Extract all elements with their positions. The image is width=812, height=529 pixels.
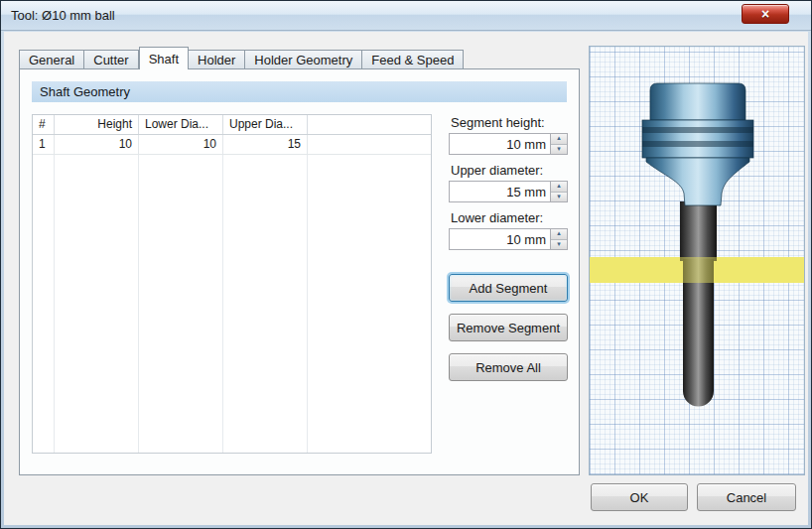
tab-shaft[interactable]: Shaft	[139, 47, 189, 69]
upper-diameter-label: Upper diameter:	[451, 163, 570, 178]
cell-upper-dia: 15	[223, 135, 308, 154]
segment-controls: Segment height: ▴ ▾ Upper diameter: ▴ ▾ …	[449, 107, 570, 381]
tab-cutter[interactable]: Cutter	[84, 50, 138, 69]
stock-band-overlay	[590, 257, 804, 283]
lower-diameter-spin-up[interactable]: ▴	[551, 229, 567, 240]
remove-segment-button[interactable]: Remove Segment	[449, 314, 568, 341]
segment-height-spin-buttons: ▴ ▾	[550, 134, 567, 154]
shaft-graphic	[680, 201, 717, 261]
tab-holder[interactable]: Holder	[189, 50, 245, 69]
upper-diameter-spin-up[interactable]: ▴	[551, 182, 567, 193]
col-header-lower-dia[interactable]: Lower Dia...	[139, 115, 223, 134]
tab-general[interactable]: General	[19, 50, 84, 69]
spin-down-icon: ▾	[557, 241, 561, 248]
table-header-row: # Height Lower Dia... Upper Dia...	[33, 115, 431, 135]
upper-diameter-spin-down[interactable]: ▾	[551, 193, 567, 202]
add-segment-button[interactable]: Add Segment	[449, 274, 568, 302]
table-row[interactable]: 1 10 10 15	[33, 135, 431, 155]
holder-groove	[642, 141, 753, 147]
close-icon: ×	[761, 7, 769, 21]
col-header-height[interactable]: Height	[55, 115, 139, 134]
ok-button[interactable]: OK	[591, 483, 688, 511]
upper-diameter-spin-buttons: ▴ ▾	[550, 182, 567, 201]
col-header-num[interactable]: #	[33, 115, 55, 134]
upper-diameter-input[interactable]	[450, 182, 550, 201]
lower-diameter-spin-down[interactable]: ▾	[551, 240, 567, 250]
remove-all-button[interactable]: Remove All	[449, 353, 568, 381]
shaft-tab-panel: Shaft Geometry # Height Lower Dia... Upp…	[19, 68, 580, 475]
col-header-filler	[308, 115, 431, 134]
segments-table[interactable]: # Height Lower Dia... Upper Dia... 1 10 …	[32, 114, 432, 454]
spin-down-icon: ▾	[557, 146, 561, 153]
cell-num: 1	[33, 135, 55, 154]
spin-up-icon: ▴	[557, 230, 561, 237]
cancel-button[interactable]: Cancel	[697, 483, 796, 511]
tool-dialog-window: Tool: Ø10 mm ball × General Cutter Shaft…	[0, 0, 812, 529]
lower-diameter-spinner[interactable]: ▴ ▾	[449, 228, 568, 250]
segment-height-input[interactable]	[450, 134, 550, 154]
window-title: Tool: Ø10 mm ball	[11, 8, 115, 23]
tab-bar: General Cutter Shaft Holder Holder Geome…	[19, 47, 464, 69]
segment-height-spin-up[interactable]: ▴	[551, 134, 567, 145]
titlebar[interactable]: Tool: Ø10 mm ball ×	[1, 1, 811, 31]
cell-filler	[308, 135, 431, 154]
spin-up-icon: ▴	[557, 183, 561, 190]
segment-height-spin-down[interactable]: ▾	[551, 145, 567, 155]
segment-height-spinner[interactable]: ▴ ▾	[449, 133, 568, 155]
tool-preview-panel	[589, 46, 805, 475]
holder-taper-graphic	[646, 158, 749, 205]
holder-groove	[642, 127, 753, 133]
close-button[interactable]: ×	[742, 4, 789, 24]
lower-diameter-label: Lower diameter:	[451, 210, 570, 225]
segment-height-label: Segment height:	[451, 115, 570, 130]
tab-feed-speed[interactable]: Feed & Speed	[362, 50, 464, 69]
holder-cap-graphic	[650, 83, 745, 120]
cell-height: 10	[55, 135, 139, 154]
cell-lower-dia: 10	[139, 135, 223, 154]
spin-down-icon: ▾	[557, 194, 561, 200]
section-title: Shaft Geometry	[32, 81, 567, 102]
holder-flange-graphic	[642, 120, 753, 158]
lower-diameter-input[interactable]	[450, 229, 550, 249]
table-empty-area	[33, 155, 431, 453]
col-header-upper-dia[interactable]: Upper Dia...	[223, 115, 308, 134]
tab-holder-geometry[interactable]: Holder Geometry	[245, 50, 362, 69]
lower-diameter-spin-buttons: ▴ ▾	[550, 229, 567, 249]
spin-up-icon: ▴	[557, 135, 561, 142]
upper-diameter-spinner[interactable]: ▴ ▾	[449, 181, 568, 202]
tool-preview-graphic	[590, 47, 804, 474]
